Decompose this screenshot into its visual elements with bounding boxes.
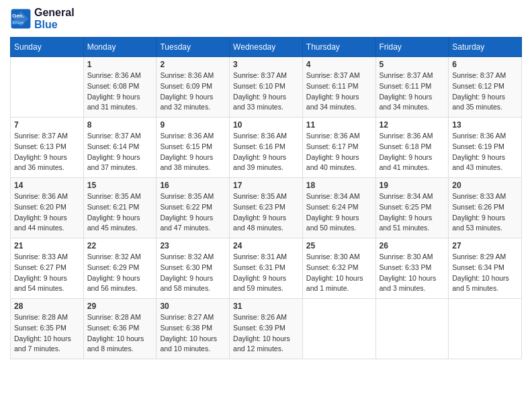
day-info: Sunrise: 8:34 AMSunset: 6:25 PMDaylight:… <box>380 191 445 234</box>
day-info-line: Sunset: 6:32 PM <box>306 263 359 271</box>
day-info-line: Sunrise: 8:36 AM <box>380 132 433 140</box>
day-number: 26 <box>380 241 445 250</box>
day-info-line: Sunrise: 8:36 AM <box>14 192 68 200</box>
day-info-line: Sunrise: 8:35 AM <box>87 192 141 200</box>
day-info-line: Daylight: 9 hours <box>452 153 505 161</box>
day-info-line: Sunset: 6:39 PM <box>233 324 285 332</box>
day-info-line: Sunrise: 8:37 AM <box>14 132 68 140</box>
day-cell <box>375 299 449 359</box>
logo-text: General Blue <box>34 7 75 30</box>
day-info: Sunrise: 8:34 AMSunset: 6:24 PMDaylight:… <box>306 191 372 234</box>
day-info-line: and 8 minutes. <box>87 345 134 353</box>
day-info-line: Sunset: 6:22 PM <box>160 203 212 211</box>
day-info-line: and 34 minutes. <box>306 103 357 111</box>
day-info-line: Sunset: 6:11 PM <box>306 82 359 90</box>
day-cell: 24Sunrise: 8:31 AMSunset: 6:31 PMDayligh… <box>230 238 303 299</box>
day-info-line: Sunset: 6:23 PM <box>233 203 285 211</box>
day-number: 7 <box>14 120 80 130</box>
day-info-line: Sunset: 6:20 PM <box>14 203 66 211</box>
day-info: Sunrise: 8:36 AMSunset: 6:09 PMDaylight:… <box>160 71 226 113</box>
day-info-line: Sunset: 6:26 PM <box>452 203 504 211</box>
day-info-line: Sunrise: 8:34 AM <box>306 192 360 200</box>
day-cell: 2Sunrise: 8:36 AMSunset: 6:09 PMDaylight… <box>157 57 230 118</box>
day-number: 15 <box>87 181 153 190</box>
day-number: 31 <box>233 302 299 311</box>
day-info: Sunrise: 8:33 AMSunset: 6:27 PMDaylight:… <box>14 252 80 294</box>
day-info-line: and 32 minutes. <box>160 103 210 111</box>
week-row-1: 1Sunrise: 8:36 AMSunset: 6:08 PMDaylight… <box>11 57 522 118</box>
day-number: 3 <box>233 60 299 69</box>
day-info-line: Daylight: 10 hours <box>306 274 363 282</box>
week-row-3: 14Sunrise: 8:36 AMSunset: 6:20 PMDayligh… <box>11 178 522 238</box>
day-number: 6 <box>452 60 518 69</box>
day-cell: 16Sunrise: 8:35 AMSunset: 6:22 PMDayligh… <box>157 178 230 238</box>
day-info-line: Sunset: 6:33 PM <box>380 263 432 271</box>
day-info-line: and 54 minutes. <box>14 284 64 292</box>
day-info-line: Sunset: 6:18 PM <box>380 142 432 150</box>
day-cell: 30Sunrise: 8:27 AMSunset: 6:38 PMDayligh… <box>157 299 230 359</box>
day-cell: 26Sunrise: 8:30 AMSunset: 6:33 PMDayligh… <box>375 238 449 299</box>
day-info-line: Sunset: 6:36 PM <box>87 324 140 332</box>
day-info-line: Sunrise: 8:33 AM <box>452 192 506 200</box>
day-info: Sunrise: 8:35 AMSunset: 6:21 PMDaylight:… <box>87 191 153 234</box>
day-info-line: Sunrise: 8:28 AM <box>87 313 141 321</box>
day-info-line: and 33 minutes. <box>233 103 283 111</box>
day-info-line: Daylight: 9 hours <box>14 153 67 161</box>
day-info: Sunrise: 8:29 AMSunset: 6:34 PMDaylight:… <box>452 252 518 294</box>
day-info-line: Sunset: 6:31 PM <box>233 263 285 271</box>
day-info-line: and 56 minutes. <box>87 284 138 292</box>
day-info-line: and 43 minutes. <box>452 163 502 171</box>
day-info-line: Daylight: 9 hours <box>380 214 433 222</box>
logo-icon: Gen. Blue <box>10 8 32 30</box>
day-info-line: Sunset: 6:24 PM <box>306 203 359 211</box>
day-info-line: Daylight: 9 hours <box>160 274 213 282</box>
day-info-line: Sunrise: 8:30 AM <box>306 253 360 261</box>
day-info-line: Sunrise: 8:35 AM <box>160 192 214 200</box>
day-info-line: and 12 minutes. <box>233 345 283 353</box>
week-row-2: 7Sunrise: 8:37 AMSunset: 6:13 PMDaylight… <box>11 118 522 178</box>
day-info-line: and 45 minutes. <box>87 224 138 232</box>
day-info-line: Sunrise: 8:37 AM <box>452 71 506 79</box>
day-number: 5 <box>380 60 445 69</box>
day-info-line: Daylight: 9 hours <box>452 93 505 101</box>
day-info-line: Sunrise: 8:30 AM <box>380 253 433 261</box>
day-cell: 8Sunrise: 8:37 AMSunset: 6:14 PMDaylight… <box>83 118 157 178</box>
day-info-line: and 3 minutes. <box>380 284 426 292</box>
day-number: 1 <box>87 60 153 69</box>
day-info: Sunrise: 8:36 AMSunset: 6:19 PMDaylight:… <box>452 131 518 173</box>
day-info-line: and 35 minutes. <box>452 103 502 111</box>
day-info: Sunrise: 8:37 AMSunset: 6:14 PMDaylight:… <box>87 131 153 173</box>
day-info-line: and 31 minutes. <box>87 103 138 111</box>
day-cell: 28Sunrise: 8:28 AMSunset: 6:35 PMDayligh… <box>11 299 84 359</box>
day-number: 12 <box>380 120 445 130</box>
day-info-line: Sunset: 6:38 PM <box>160 324 212 332</box>
header-row: SundayMondayTuesdayWednesdayThursdayFrid… <box>11 38 522 57</box>
day-cell: 15Sunrise: 8:35 AMSunset: 6:21 PMDayligh… <box>83 178 157 238</box>
week-row-5: 28Sunrise: 8:28 AMSunset: 6:35 PMDayligh… <box>11 299 522 359</box>
day-info-line: Daylight: 9 hours <box>233 153 286 161</box>
day-cell: 17Sunrise: 8:35 AMSunset: 6:23 PMDayligh… <box>230 178 303 238</box>
day-cell: 1Sunrise: 8:36 AMSunset: 6:08 PMDaylight… <box>83 57 157 118</box>
day-info: Sunrise: 8:28 AMSunset: 6:36 PMDaylight:… <box>87 312 153 355</box>
day-info-line: Sunset: 6:08 PM <box>87 82 140 90</box>
header-cell-wednesday: Wednesday <box>230 38 303 57</box>
day-info-line: Daylight: 9 hours <box>87 93 140 101</box>
day-number: 14 <box>14 181 80 190</box>
day-cell: 22Sunrise: 8:32 AMSunset: 6:29 PMDayligh… <box>83 238 157 299</box>
day-info-line: Sunset: 6:29 PM <box>87 263 140 271</box>
day-info-line: Daylight: 9 hours <box>380 93 433 101</box>
day-info-line: Daylight: 9 hours <box>87 214 140 222</box>
day-info-line: Sunrise: 8:37 AM <box>87 132 141 140</box>
day-info-line: Sunset: 6:09 PM <box>160 82 212 90</box>
day-info-line: Sunrise: 8:36 AM <box>306 132 360 140</box>
day-info-line: Sunrise: 8:35 AM <box>233 192 287 200</box>
day-info-line: Sunset: 6:27 PM <box>14 263 66 271</box>
day-info-line: and 48 minutes. <box>233 224 283 232</box>
day-info-line: Daylight: 10 hours <box>14 334 71 342</box>
day-cell: 20Sunrise: 8:33 AMSunset: 6:26 PMDayligh… <box>449 178 522 238</box>
day-info-line: Daylight: 9 hours <box>306 93 359 101</box>
calendar-table: SundayMondayTuesdayWednesdayThursdayFrid… <box>10 37 522 359</box>
day-info-line: Sunset: 6:15 PM <box>160 142 212 150</box>
day-cell: 5Sunrise: 8:37 AMSunset: 6:11 PMDaylight… <box>375 57 449 118</box>
day-info-line: Daylight: 10 hours <box>160 334 217 342</box>
